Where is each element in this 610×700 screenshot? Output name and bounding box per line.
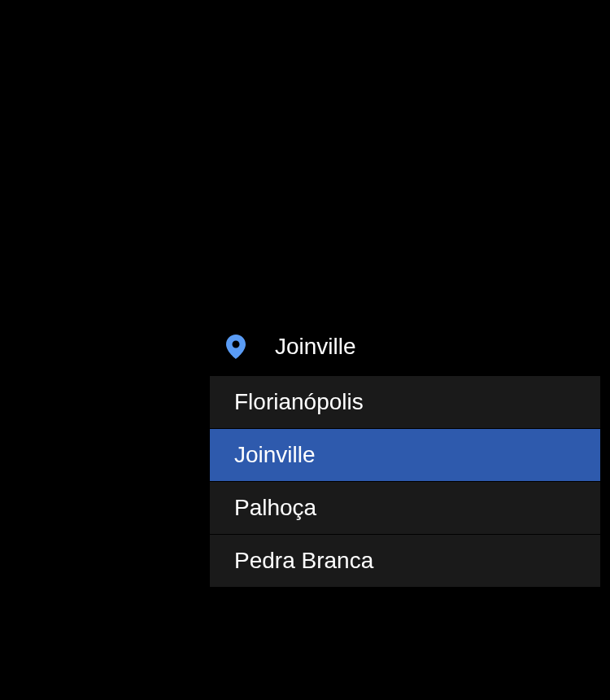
dropdown-options-list: Florianópolis Joinville Palhoça Pedra Br… [210, 376, 600, 587]
dropdown-header[interactable]: Joinville [210, 334, 600, 376]
dropdown-option-joinville[interactable]: Joinville [210, 429, 600, 482]
option-label: Florianópolis [234, 389, 364, 414]
dropdown-option-florianopolis[interactable]: Florianópolis [210, 376, 600, 429]
option-label: Joinville [234, 442, 316, 467]
option-label: Pedra Branca [234, 548, 373, 573]
option-label: Palhoça [234, 495, 316, 520]
location-dropdown[interactable]: Joinville Florianópolis Joinville Palhoç… [210, 334, 600, 587]
selected-location-label: Joinville [275, 334, 356, 360]
location-pin-icon [226, 335, 246, 359]
dropdown-option-palhoca[interactable]: Palhoça [210, 482, 600, 535]
dropdown-option-pedra-branca[interactable]: Pedra Branca [210, 535, 600, 587]
